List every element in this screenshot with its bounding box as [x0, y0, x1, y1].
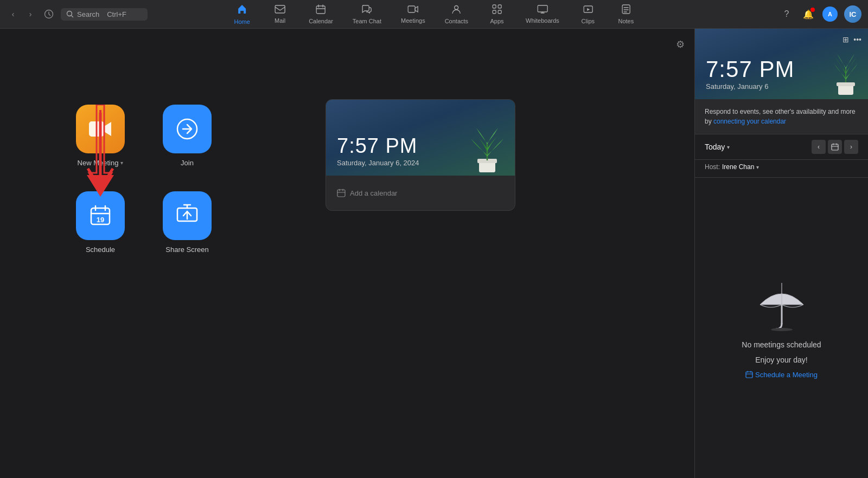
svg-rect-4: [408, 6, 415, 12]
nav-history-button[interactable]: [41, 7, 56, 22]
search-icon: [66, 10, 74, 18]
host-name: Irene Chan: [722, 163, 754, 171]
calendar-widget-time-section: 7:57 PM Saturday, January 6, 2024: [337, 134, 419, 167]
nav-label-home: Home: [234, 18, 250, 25]
top-navigation: ‹ › Search Ctrl+F Home: [0, 0, 868, 29]
no-meetings-text: No meetings scheduled: [742, 340, 821, 349]
nav-right-section: ? 🔔 A IC: [779, 5, 861, 23]
host-chevron[interactable]: ▾: [756, 164, 759, 170]
calendar-widget-date: Saturday, January 6, 2024: [337, 159, 419, 167]
nav-item-teamchat[interactable]: Team Chat: [343, 1, 391, 28]
no-meetings-state: No meetings scheduled Enjoy your day! Sc…: [695, 178, 868, 478]
whiteboards-icon: [537, 5, 548, 16]
share-screen-icon: [163, 191, 212, 240]
right-panel-header: ⊞ ••• 7:57 PM Saturday, January 6: [695, 29, 868, 99]
main-content: ⚙ New: [0, 29, 868, 478]
connect-calendar-link[interactable]: connecting your calendar: [713, 118, 786, 125]
nav-label-whiteboards: Whiteboards: [526, 17, 559, 24]
calendar-today-button[interactable]: [828, 140, 842, 154]
today-bar: Today ▾ ‹ ›: [695, 134, 868, 160]
today-label[interactable]: Today ▾: [705, 143, 730, 151]
notifications-button[interactable]: 🔔: [801, 7, 816, 22]
svg-rect-6: [493, 5, 496, 8]
svg-point-1: [67, 11, 72, 16]
svg-rect-7: [498, 5, 501, 8]
svg-rect-28: [832, 144, 838, 150]
contacts-icon: [451, 4, 461, 17]
nav-item-calendar[interactable]: Calendar: [299, 1, 343, 28]
right-panel-plant-decoration: [832, 43, 861, 99]
svg-rect-24: [337, 190, 345, 197]
red-arrow-indicator: [81, 105, 119, 204]
nav-item-contacts[interactable]: Contacts: [435, 1, 478, 28]
nav-item-clips[interactable]: Clips: [569, 1, 607, 28]
calendar-prev-button[interactable]: ‹: [812, 140, 826, 154]
nav-center-items: Home Mail Calendar: [223, 1, 645, 28]
home-icon: [237, 4, 247, 17]
svg-rect-2: [275, 5, 285, 13]
settings-gear-button[interactable]: ⚙: [676, 38, 685, 50]
calendar-widget: 7:57 PM Saturday, January 6, 2024: [326, 99, 515, 211]
connect-calendar-notice: Respond to events, see other's availabil…: [695, 99, 868, 134]
svg-rect-9: [498, 10, 501, 14]
svg-rect-26: [837, 82, 855, 86]
host-filter: Host: Irene Chan ▾: [695, 160, 868, 178]
join-label: Join: [181, 159, 194, 167]
nav-label-calendar: Calendar: [309, 18, 333, 24]
enjoy-day-text: Enjoy your day!: [755, 356, 808, 364]
svg-rect-10: [538, 5, 547, 12]
nav-item-apps[interactable]: Apps: [478, 1, 516, 28]
calendar-widget-area: 7:57 PM Saturday, January 6, 2024: [304, 67, 515, 211]
nav-label-meetings: Meetings: [401, 17, 425, 24]
share-screen-button[interactable]: Share Screen: [152, 191, 222, 262]
svg-rect-30: [746, 372, 752, 378]
nav-label-mail: Mail: [275, 17, 285, 24]
nav-back-button[interactable]: ‹: [7, 8, 20, 21]
help-button[interactable]: ?: [779, 7, 794, 22]
calendar-add-icon: [337, 189, 346, 197]
nav-item-notes[interactable]: Notes: [607, 1, 645, 28]
search-label: Search: [77, 10, 99, 18]
calendar-widget-header: 7:57 PM Saturday, January 6, 2024: [326, 100, 515, 176]
teamchat-icon: [361, 4, 372, 17]
notes-icon: [621, 4, 631, 17]
nav-forward-button[interactable]: ›: [24, 8, 37, 21]
calendar-widget-time: 7:57 PM: [337, 134, 419, 158]
clips-icon: [583, 4, 593, 17]
svg-text:19: 19: [97, 216, 104, 224]
join-button[interactable]: Join: [152, 105, 222, 175]
calendar-nav-buttons: ‹ ›: [812, 140, 858, 154]
nav-label-contacts: Contacts: [445, 18, 468, 24]
nav-item-meetings[interactable]: Meetings: [391, 2, 435, 27]
notification-badge: [810, 8, 815, 12]
schedule-link-icon: [745, 371, 753, 378]
nav-label-clips: Clips: [582, 18, 595, 24]
join-icon: [163, 105, 212, 153]
schedule-meeting-link[interactable]: Schedule a Meeting: [745, 371, 818, 379]
nav-label-notes: Notes: [618, 18, 634, 24]
search-bar[interactable]: Search Ctrl+F: [61, 8, 148, 21]
share-screen-label: Share Screen: [165, 246, 209, 254]
nav-label-apps: Apps: [490, 18, 504, 24]
nav-left-section: ‹ › Search Ctrl+F: [7, 7, 148, 22]
nav-item-home[interactable]: Home: [223, 1, 261, 28]
user-initials-avatar[interactable]: A: [822, 7, 838, 22]
nav-item-whiteboards[interactable]: Whiteboards: [516, 2, 569, 27]
right-panel: ⊞ ••• 7:57 PM Saturday, January 6: [694, 29, 868, 478]
user-avatar[interactable]: IC: [844, 5, 861, 23]
mail-icon: [275, 5, 285, 16]
nav-label-teamchat: Team Chat: [353, 18, 381, 24]
meetings-icon: [407, 5, 418, 16]
calendar-next-button[interactable]: ›: [844, 140, 858, 154]
search-shortcut: Ctrl+F: [107, 10, 126, 18]
schedule-label: Schedule: [86, 246, 115, 254]
nav-item-mail[interactable]: Mail: [261, 2, 299, 27]
left-section: ⚙ New: [0, 29, 694, 478]
today-chevron: ▾: [727, 144, 730, 150]
svg-rect-8: [493, 10, 496, 14]
svg-point-29: [771, 328, 793, 331]
plant-decoration: [468, 116, 506, 176]
add-calendar-button[interactable]: Add a calendar: [337, 184, 504, 202]
calendar-icon: [316, 4, 326, 17]
umbrella-illustration: [749, 277, 814, 334]
